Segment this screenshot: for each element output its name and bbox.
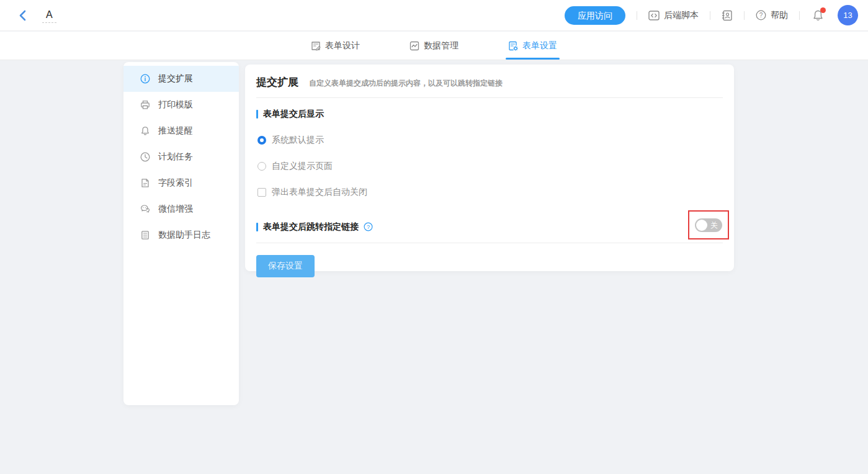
sidebar-item-print-template[interactable]: 打印模版: [123, 92, 239, 118]
bell-icon: [140, 126, 150, 136]
panel-title: 提交扩展: [256, 75, 298, 89]
sidebar-item-push-reminder[interactable]: 推送提醒: [123, 118, 239, 144]
divider: [710, 11, 710, 20]
radio-system-default[interactable]: 系统默认提示: [257, 135, 723, 146]
radio-label: 自定义提示页面: [272, 161, 333, 172]
sidebar-item-scheduled-tasks[interactable]: 计划任务: [123, 144, 239, 170]
backend-script-button[interactable]: 后端脚本: [648, 10, 699, 21]
chevron-left-icon: [19, 10, 26, 21]
radio-checked-icon[interactable]: [257, 136, 266, 145]
notification-button[interactable]: [812, 9, 824, 22]
form-settings-icon: [508, 41, 518, 51]
section-accent-bar: [256, 110, 258, 118]
sidebar-item-label: 提交扩展: [158, 73, 193, 84]
form-tabbar: 表单设计 数据管理 表单设置: [0, 32, 868, 60]
checkbox-label: 弹出表单提交后自动关闭: [272, 187, 367, 198]
display-section-header: 表单提交后显示: [256, 109, 723, 120]
help-button[interactable]: ? 帮助: [756, 10, 788, 21]
submit-extension-panel: 提交扩展 自定义表单提交成功后的提示内容，以及可以跳转指定链接 表单提交后显示 …: [245, 65, 734, 271]
sidebar-item-label: 推送提醒: [158, 125, 193, 136]
radio-label: 系统默认提示: [272, 135, 324, 146]
info-icon: [140, 74, 150, 84]
divider: [744, 11, 745, 20]
checkbox-auto-close[interactable]: 弹出表单提交后自动关闭: [257, 187, 723, 198]
toggle-state-label: 关: [710, 221, 718, 229]
help-label: 帮助: [771, 10, 788, 21]
notification-dot: [820, 7, 826, 13]
file-icon: [140, 178, 150, 188]
sidebar-item-wechat-enhance[interactable]: 微信增强: [123, 196, 239, 222]
sidebar-item-label: 微信增强: [158, 203, 193, 215]
sidebar-item-data-assistant-log[interactable]: 数据助手日志: [123, 222, 239, 248]
sidebar-item-label: 计划任务: [158, 151, 193, 163]
display-section-title: 表单提交后显示: [263, 109, 324, 120]
tab-form-design[interactable]: 表单设计: [310, 32, 361, 60]
save-settings-button[interactable]: 保存设置: [256, 255, 315, 277]
header-actions: 应用访问 后端脚本 ? 帮助 13: [565, 5, 858, 25]
divider: [637, 11, 637, 20]
form-design-icon: [311, 41, 321, 51]
tab-label: 数据管理: [424, 40, 459, 51]
wechat-icon: [140, 204, 150, 214]
radio-custom-page[interactable]: 自定义提示页面: [257, 161, 723, 172]
help-circle-icon[interactable]: ?: [364, 222, 373, 231]
log-icon: [140, 230, 150, 240]
radio-unchecked-icon[interactable]: [257, 162, 266, 171]
toggle-knob: [696, 220, 707, 231]
question-circle-icon: ?: [756, 10, 766, 20]
panel-subtitle: 自定义表单提交成功后的提示内容，以及可以跳转指定链接: [309, 78, 503, 89]
jump-section-title: 表单提交后跳转指定链接: [263, 221, 359, 233]
jump-section-row: 表单提交后跳转指定链接 ? 关: [256, 211, 723, 243]
settings-sidebar: 提交扩展 打印模版 推送提醒 计划任务 字段索引 微信增强 数据助手日志: [123, 62, 239, 405]
app-title[interactable]: A: [42, 8, 56, 23]
divider: [799, 11, 800, 20]
svg-text:?: ?: [367, 224, 370, 230]
jump-link-toggle[interactable]: 关: [695, 218, 722, 232]
tab-form-settings[interactable]: 表单设置: [507, 32, 558, 60]
highlight-annotation-box: 关: [688, 210, 729, 239]
checkbox-icon[interactable]: [257, 188, 266, 197]
tab-label: 表单设置: [522, 40, 557, 51]
tab-label: 表单设计: [325, 40, 360, 51]
sidebar-item-field-index[interactable]: 字段索引: [123, 170, 239, 196]
sidebar-item-label: 数据助手日志: [158, 230, 210, 241]
backend-script-label: 后端脚本: [664, 10, 699, 21]
sidebar-item-label: 打印模版: [158, 99, 193, 110]
app-access-button[interactable]: 应用访问: [565, 6, 625, 25]
tab-data-manage[interactable]: 数据管理: [408, 32, 460, 60]
printer-icon: [140, 100, 150, 110]
sidebar-item-label: 字段索引: [158, 177, 193, 189]
panel-header: 提交扩展 自定义表单提交成功后的提示内容，以及可以跳转指定链接: [256, 65, 723, 98]
code-icon: [648, 11, 660, 20]
app-header: A 应用访问 后端脚本 ? 帮助: [0, 0, 868, 31]
data-manage-icon: [409, 41, 419, 51]
contacts-button[interactable]: [722, 10, 733, 21]
avatar[interactable]: 13: [838, 5, 858, 25]
contacts-icon: [722, 10, 733, 21]
clock-icon: [140, 152, 150, 162]
sidebar-item-submit-extension[interactable]: 提交扩展: [123, 66, 239, 92]
section-accent-bar: [256, 223, 258, 231]
svg-text:?: ?: [759, 12, 763, 19]
back-button[interactable]: [14, 7, 31, 24]
